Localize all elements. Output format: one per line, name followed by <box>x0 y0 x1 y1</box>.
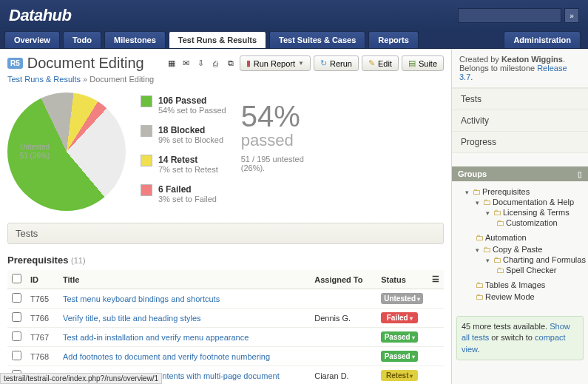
status-pill[interactable]: Untested <box>381 293 423 304</box>
status-pill[interactable]: Retest <box>381 370 418 381</box>
pencil-icon: ✎ <box>368 58 375 68</box>
tree-twisty-icon[interactable]: ▾ <box>486 209 493 217</box>
test-id: T768 <box>26 347 58 366</box>
edit-button[interactable]: ✎ Edit <box>362 55 399 71</box>
tree-label[interactable]: Charting and Formulas <box>503 255 586 264</box>
suite-button[interactable]: ▤ Suite <box>402 55 444 71</box>
tree-node[interactable]: ▾🗀Copy & Paste▾🗀Charting and Formulas🗀Sp… <box>476 243 585 279</box>
tree-node[interactable]: 🗀Customization <box>496 217 585 229</box>
tree-twisty-icon[interactable]: ▾ <box>476 246 483 254</box>
tree-twisty-icon[interactable]: ▾ <box>476 199 483 206</box>
tree-node[interactable]: ▾🗀Charting and Formulas🗀Spell Checker <box>486 254 585 277</box>
groups-tree: ▾🗀Prerequisites▾🗀Documentation & Help▾🗀L… <box>452 181 588 311</box>
table-row: T767 Test add-in installation and verify… <box>7 328 444 347</box>
test-title-link[interactable]: Test add-in installation and verify menu… <box>63 333 249 342</box>
breadcrumb-root[interactable]: Test Runs & Results <box>7 75 81 84</box>
test-id: T766 <box>26 309 58 328</box>
table-row: T765 Test menu keyboard bindings and sho… <box>7 289 444 309</box>
nav-tab-test-runs-results[interactable]: Test Runs & Results <box>169 31 266 48</box>
view-grid-icon[interactable]: ▦ <box>166 58 178 70</box>
tree-node[interactable]: ▾🗀Licensing & Terms🗀Customization <box>486 206 585 230</box>
status-pill[interactable]: Failed <box>381 312 418 323</box>
status-pill[interactable]: Passed <box>381 351 418 362</box>
folder-icon: 🗀 <box>476 233 484 242</box>
print-icon[interactable]: ⎙ <box>210 58 222 70</box>
assigned-to: Ciaran D. <box>310 366 376 385</box>
tree-node[interactable]: 🗀Spell Checker <box>496 264 585 276</box>
nav-tab-administration[interactable]: Administration <box>504 31 581 48</box>
tree-twisty-icon[interactable]: ▾ <box>465 189 473 196</box>
test-id: T767 <box>26 328 58 347</box>
col-title[interactable]: Title <box>58 270 310 289</box>
assigned-to: Dennis G. <box>310 309 376 328</box>
tree-node[interactable]: 🗀Automation <box>476 232 585 243</box>
tree-label[interactable]: Prerequisites <box>482 187 530 196</box>
columns-menu-icon[interactable]: ☰ <box>428 270 444 289</box>
nav-tab-reports[interactable]: Reports <box>368 31 419 48</box>
nav-tab-milestones[interactable]: Milestones <box>104 31 166 48</box>
col-id[interactable]: ID <box>26 270 58 289</box>
rerun-button[interactable]: ↻ Rerun <box>314 55 359 71</box>
row-checkbox[interactable] <box>12 331 21 341</box>
sidebar-tab-progress[interactable]: Progress <box>452 132 588 153</box>
legend-swatch <box>141 155 152 166</box>
run-report-button[interactable]: ▮ Run Report ▼ <box>240 55 311 71</box>
tree-label[interactable]: Customization <box>506 218 558 227</box>
row-checkbox[interactable] <box>12 351 21 360</box>
nav-tab-test-suites-cases[interactable]: Test Suites & Cases <box>269 31 365 48</box>
tree-label[interactable]: Copy & Paste <box>493 245 542 254</box>
folder-icon: 🗀 <box>483 245 491 254</box>
mail-icon[interactable]: ✉ <box>180 58 192 70</box>
sidebar-tab-tests[interactable]: Tests <box>452 88 588 110</box>
row-checkbox[interactable] <box>12 312 21 322</box>
col-status[interactable]: Status <box>376 270 428 289</box>
run-id-chip: R5 <box>7 58 23 69</box>
search-input[interactable] <box>458 8 561 23</box>
nav-tab-overview[interactable]: Overview <box>4 31 60 48</box>
assigned-to <box>310 347 376 366</box>
tree-twisty-icon[interactable]: ▾ <box>486 257 493 264</box>
folder-icon: 🗀 <box>493 208 501 217</box>
row-checkbox[interactable] <box>12 293 21 303</box>
tree-node[interactable]: 🗀Tables & Images <box>476 279 585 291</box>
sidebar-tab-activity[interactable]: Activity <box>452 110 588 132</box>
tree-node[interactable]: ▾🗀Documentation & Help▾🗀Licensing & Term… <box>476 196 585 232</box>
assigned-to <box>310 328 376 347</box>
group-heading: Prerequisites (11) <box>7 255 444 266</box>
legend-swatch <box>141 95 152 107</box>
export-icon[interactable]: ⇩ <box>195 58 207 70</box>
tests-section-bar: Tests <box>7 223 444 244</box>
legend-title: 106 Passed <box>158 95 226 106</box>
nav-tab-todo[interactable]: Todo <box>63 31 101 48</box>
legend-row: 106 Passed 54% set to Passed <box>141 95 226 115</box>
tree-label[interactable]: Licensing & Terms <box>503 208 570 217</box>
folder-icon: 🗀 <box>476 280 484 289</box>
sidebar-note: 45 more tests available. Show all tests … <box>456 316 584 360</box>
page-title: Document Editing <box>27 55 144 72</box>
groups-collapse-icon[interactable]: ▯ <box>578 170 582 178</box>
tree-label[interactable]: Review Mode <box>485 292 535 301</box>
test-title-link[interactable]: Verify title, sub title and heading styl… <box>63 314 201 323</box>
app-logo[interactable]: Datahub <box>9 6 72 25</box>
copy-icon[interactable]: ⧉ <box>225 58 237 70</box>
tree-label[interactable]: Spell Checker <box>506 266 556 274</box>
legend-title: 6 Failed <box>158 184 217 195</box>
tree-label[interactable]: Documentation & Help <box>493 198 574 206</box>
status-pie-chart: Untested 51 (26%) <box>7 92 126 211</box>
test-title-link[interactable]: Test menu keyboard bindings and shortcut… <box>63 294 220 303</box>
select-all-checkbox[interactable] <box>12 274 21 283</box>
test-title-link[interactable]: Add footnotes to document and verify foo… <box>63 352 270 361</box>
test-id: T765 <box>26 289 58 309</box>
tree-node[interactable]: 🗀Review Mode <box>476 291 585 303</box>
search-go-button[interactable]: » <box>564 8 579 23</box>
tree-label[interactable]: Tables & Images <box>485 280 545 289</box>
tree-node[interactable]: ▾🗀Prerequisites▾🗀Documentation & Help▾🗀L… <box>465 186 585 304</box>
folder-icon: 🗀 <box>496 266 504 274</box>
status-pill[interactable]: Passed <box>381 331 418 343</box>
breadcrumb-leaf: Document Editing <box>89 75 154 84</box>
tree-label[interactable]: Automation <box>485 233 527 242</box>
run-meta: Created by Keaton Wiggins. Belongs to mi… <box>452 49 588 88</box>
folder-icon: 🗀 <box>493 255 501 264</box>
col-assigned[interactable]: Assigned To <box>310 270 376 289</box>
legend-sub: 3% set to Failed <box>158 195 217 203</box>
